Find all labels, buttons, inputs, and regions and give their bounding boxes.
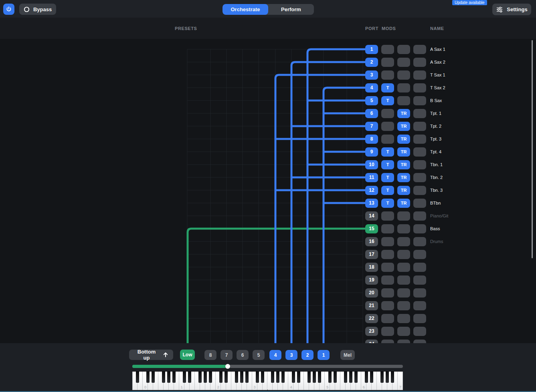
mod-button-tr[interactable]: TR <box>397 135 410 144</box>
mod-slot-empty[interactable] <box>397 211 410 221</box>
bypass-button[interactable]: Bypass <box>19 4 56 15</box>
mod-slot-empty[interactable] <box>381 288 394 298</box>
power-button[interactable] <box>3 4 14 15</box>
piano-black-key[interactable] <box>391 372 394 383</box>
mod-slot-empty[interactable] <box>397 314 410 323</box>
mod-slot-empty[interactable] <box>413 173 426 182</box>
routing-line-zone-low[interactable] <box>188 229 367 343</box>
port-number-badge[interactable]: 2 <box>365 58 378 67</box>
mod-button-t[interactable]: T <box>381 83 394 92</box>
piano-black-key[interactable] <box>167 372 170 383</box>
zone-button-8[interactable]: 8 <box>204 350 216 360</box>
mod-slot-empty[interactable] <box>413 109 426 118</box>
mod-slot-empty[interactable] <box>397 263 410 272</box>
mod-button-tr[interactable]: TR <box>397 122 410 131</box>
mod-slot-empty[interactable] <box>413 224 426 233</box>
port-number-badge[interactable]: 13 <box>365 199 378 208</box>
mel-button[interactable]: Mel <box>340 350 355 360</box>
port-number-badge[interactable]: 8 <box>365 135 378 144</box>
piano-black-key[interactable] <box>219 372 222 383</box>
mod-slot-empty[interactable] <box>413 199 426 208</box>
routing-line-zone-4[interactable] <box>275 75 368 343</box>
port-number-badge[interactable]: 24 <box>365 340 378 344</box>
tab-perform[interactable]: Perform <box>268 4 314 15</box>
piano-black-key[interactable] <box>235 372 238 383</box>
mod-slot-empty[interactable] <box>397 96 410 105</box>
settings-button[interactable]: Settings <box>492 4 531 15</box>
piano-black-key[interactable] <box>307 372 311 383</box>
mod-slot-empty[interactable] <box>381 224 394 233</box>
mod-slot-empty[interactable] <box>397 237 410 246</box>
mod-slot-empty[interactable] <box>381 45 394 54</box>
piano-black-key[interactable] <box>370 372 373 383</box>
mod-slot-empty[interactable] <box>413 45 426 54</box>
mod-slot-empty[interactable] <box>413 237 426 246</box>
mod-slot-empty[interactable] <box>413 314 426 323</box>
mod-slot-empty[interactable] <box>381 211 394 221</box>
mod-slot-empty[interactable] <box>381 237 394 246</box>
mod-button-t[interactable]: T <box>381 160 394 169</box>
piano-black-key[interactable] <box>334 372 337 383</box>
mod-slot-empty[interactable] <box>413 135 426 144</box>
mod-slot-empty[interactable] <box>381 70 394 80</box>
port-number-badge[interactable]: 14 <box>365 211 378 221</box>
port-number-badge[interactable]: 6 <box>365 109 378 118</box>
piano-black-key[interactable] <box>162 372 165 383</box>
mod-slot-empty[interactable] <box>381 263 394 272</box>
mod-button-t[interactable]: T <box>381 173 394 182</box>
mod-slot-empty[interactable] <box>413 96 426 105</box>
mod-slot-empty[interactable] <box>397 340 410 344</box>
zone-button-1[interactable]: 1 <box>318 350 330 360</box>
mod-slot-empty[interactable] <box>397 45 410 54</box>
mod-button-tr[interactable]: TR <box>397 186 410 195</box>
piano-black-key[interactable] <box>313 372 316 383</box>
mod-slot-empty[interactable] <box>397 224 410 233</box>
mod-slot-empty[interactable] <box>397 275 410 285</box>
zone-button-5[interactable]: 5 <box>253 350 265 360</box>
piano-black-key[interactable] <box>386 372 389 383</box>
mod-slot-empty[interactable] <box>381 250 394 259</box>
piano-black-key[interactable] <box>240 372 243 383</box>
mod-button-tr[interactable]: TR <box>397 160 410 169</box>
mod-slot-empty[interactable] <box>413 83 426 92</box>
mod-slot-empty[interactable] <box>381 122 394 131</box>
mod-slot-empty[interactable] <box>381 58 394 67</box>
port-number-badge[interactable]: 11 <box>365 173 378 182</box>
port-number-badge[interactable]: 15 <box>365 224 378 233</box>
piano-black-key[interactable] <box>281 372 285 383</box>
piano-black-key[interactable] <box>354 372 358 383</box>
zone-button-4[interactable]: 4 <box>269 350 281 360</box>
keyboard-range-slider[interactable] <box>132 365 403 368</box>
mod-slot-empty[interactable] <box>413 160 426 169</box>
mod-slot-empty[interactable] <box>413 186 426 195</box>
mod-button-t[interactable]: T <box>381 147 394 157</box>
mod-button-tr[interactable]: TR <box>397 173 410 182</box>
port-number-badge[interactable]: 16 <box>365 237 378 246</box>
piano-black-key[interactable] <box>146 372 150 383</box>
piano-black-key[interactable] <box>271 372 274 383</box>
port-number-badge[interactable]: 20 <box>365 288 378 298</box>
note-order-button[interactable]: Bottom up <box>129 350 173 360</box>
port-number-badge[interactable]: 23 <box>365 327 378 336</box>
tab-orchestrate[interactable]: Orchestrate <box>222 4 268 15</box>
mod-button-tr[interactable]: TR <box>397 199 410 208</box>
mod-slot-empty[interactable] <box>413 147 426 157</box>
mod-slot-empty[interactable] <box>413 263 426 272</box>
mod-slot-empty[interactable] <box>397 327 410 336</box>
mod-slot-empty[interactable] <box>397 301 410 310</box>
mod-slot-empty[interactable] <box>381 327 394 336</box>
port-number-badge[interactable]: 5 <box>365 96 378 105</box>
low-zone-button[interactable]: Low <box>180 350 195 360</box>
mod-button-t[interactable]: T <box>381 199 394 208</box>
port-number-badge[interactable]: 3 <box>365 70 378 80</box>
mod-slot-empty[interactable] <box>397 83 410 92</box>
piano-black-key[interactable] <box>292 372 295 383</box>
mod-slot-empty[interactable] <box>381 314 394 323</box>
piano-black-key[interactable] <box>380 372 384 383</box>
mod-slot-empty[interactable] <box>413 327 426 336</box>
piano-black-key[interactable] <box>297 372 300 383</box>
port-number-badge[interactable]: 19 <box>365 275 378 285</box>
piano-black-key[interactable] <box>183 372 186 383</box>
mod-slot-empty[interactable] <box>413 211 426 221</box>
zone-button-6[interactable]: 6 <box>237 350 249 360</box>
